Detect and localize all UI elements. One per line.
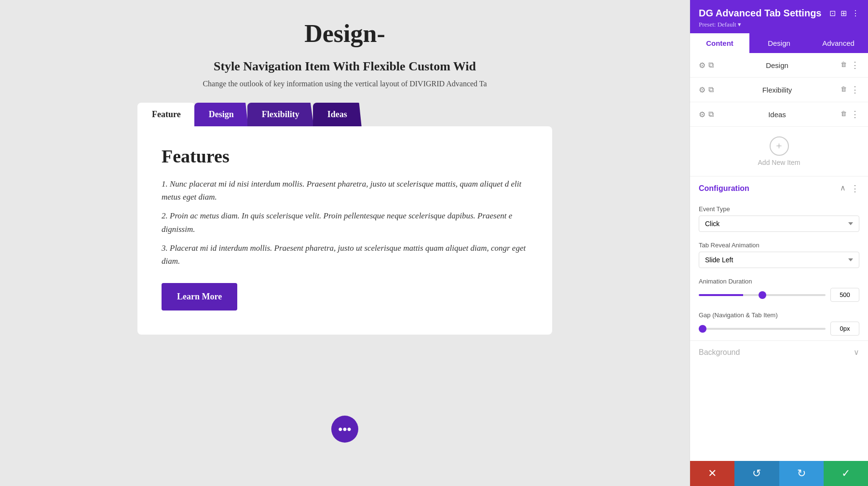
tab-list-actions-3 bbox=[841, 109, 859, 120]
configuration-header: Configuration bbox=[690, 176, 868, 201]
panel-tabs: Content Design Advanced bbox=[690, 33, 868, 53]
chevron-up-icon[interactable] bbox=[840, 183, 846, 194]
panel-tab-content[interactable]: Content bbox=[690, 33, 749, 53]
add-new-label: Add New Item bbox=[758, 159, 800, 166]
animation-select[interactable]: Slide Left Slide Right Fade None bbox=[699, 252, 859, 268]
tab-flexibility[interactable]: Flexibility bbox=[247, 103, 314, 126]
tab-list-actions bbox=[841, 60, 859, 70]
event-type-select[interactable]: Click Hover bbox=[699, 216, 859, 232]
tab-list-item-ideas: Ideas bbox=[690, 102, 868, 127]
panel-header: DG Advanced Tab Settings ⊡ ⊞ ⋮ Preset: D… bbox=[690, 0, 868, 33]
background-title: Background bbox=[699, 348, 740, 357]
event-type-field: Event Type Click Hover bbox=[690, 201, 868, 237]
redo-icon: ↻ bbox=[797, 467, 806, 480]
tab-list-name-flexibility: Flexibility bbox=[719, 86, 836, 94]
add-new-item[interactable]: + Add New Item bbox=[690, 127, 868, 176]
configuration-section: Configuration Event Type Click Hover Tab… bbox=[690, 176, 868, 340]
menu-icon[interactable]: ⋮ bbox=[852, 9, 859, 18]
screen-icon[interactable]: ⊡ bbox=[829, 9, 836, 18]
tab-list-icons bbox=[699, 61, 714, 70]
tab-feature[interactable]: Feature bbox=[137, 103, 195, 126]
learn-more-button[interactable]: Learn More bbox=[162, 283, 237, 310]
panel-tab-design[interactable]: Design bbox=[749, 33, 809, 53]
background-chevron-down-icon: ∨ bbox=[854, 348, 859, 357]
tab-list-name-ideas: Ideas bbox=[719, 110, 836, 119]
dots-icon[interactable] bbox=[851, 60, 859, 70]
add-new-circle-button[interactable]: + bbox=[770, 136, 789, 156]
save-button[interactable]: ✓ bbox=[824, 461, 868, 486]
animation-field: Tab Reveal Animation Slide Left Slide Ri… bbox=[690, 237, 868, 273]
tab-list-name-design: Design bbox=[719, 61, 836, 69]
gap-slider-row bbox=[699, 322, 859, 336]
tab-design[interactable]: Design bbox=[194, 103, 248, 126]
duration-slider-row bbox=[699, 288, 859, 302]
event-type-label: Event Type bbox=[699, 205, 859, 213]
config-dots-icon[interactable] bbox=[851, 183, 859, 194]
dots-icon-2[interactable] bbox=[851, 84, 859, 95]
list-item: 3. Placerat mi id interdum mollis. Praes… bbox=[162, 242, 528, 268]
right-panel: DG Advanced Tab Settings ⊡ ⊞ ⋮ Preset: D… bbox=[690, 0, 868, 486]
page-subtitle: Style Navigation Item With Flexible Cust… bbox=[214, 59, 476, 74]
cancel-icon: ✕ bbox=[708, 467, 717, 480]
content-heading: Features bbox=[162, 146, 528, 167]
gap-slider[interactable] bbox=[699, 328, 826, 330]
tabs-nav: Feature Design Flexibility Ideas bbox=[137, 103, 552, 126]
gear-icon-3[interactable] bbox=[699, 110, 705, 119]
panel-header-top: DG Advanced Tab Settings ⊡ ⊞ ⋮ bbox=[699, 8, 859, 19]
config-header-icons bbox=[840, 183, 859, 194]
layout-icon[interactable]: ⊞ bbox=[841, 9, 847, 18]
trash-icon-3[interactable] bbox=[841, 109, 847, 120]
duration-field: Animation Duration bbox=[690, 273, 868, 307]
tab-content: Features 1. Nunc placerat mi id nisi int… bbox=[137, 126, 552, 335]
undo-button[interactable]: ↺ bbox=[734, 461, 779, 486]
panel-preset[interactable]: Preset: Default ▾ bbox=[699, 21, 859, 28]
panel-body: Design Flexibility Ideas bbox=[690, 53, 868, 461]
duration-label: Animation Duration bbox=[699, 278, 859, 285]
trash-icon-2[interactable] bbox=[841, 84, 847, 95]
list-item: 1. Nunc placerat mi id nisi interdum mol… bbox=[162, 177, 528, 203]
undo-icon: ↺ bbox=[752, 467, 761, 480]
page-title: Design- bbox=[304, 19, 385, 48]
panel-header-icons: ⊡ ⊞ ⋮ bbox=[829, 9, 859, 18]
duration-slider[interactable] bbox=[699, 294, 826, 296]
tab-list-item-flexibility: Flexibility bbox=[690, 78, 868, 102]
cancel-button[interactable]: ✕ bbox=[690, 461, 734, 486]
dots-icon-3[interactable] bbox=[851, 109, 859, 120]
trash-icon[interactable] bbox=[841, 60, 847, 70]
panel-title: DG Advanced Tab Settings bbox=[699, 8, 821, 19]
fab-button[interactable]: ••• bbox=[331, 416, 358, 443]
gear-icon[interactable] bbox=[699, 61, 705, 70]
fab-dots-icon: ••• bbox=[338, 422, 351, 437]
copy-icon[interactable] bbox=[708, 61, 714, 70]
content-list: 1. Nunc placerat mi id nisi interdum mol… bbox=[162, 177, 528, 268]
redo-button[interactable]: ↻ bbox=[779, 461, 824, 486]
gap-value-input[interactable] bbox=[830, 322, 859, 336]
panel-tab-advanced[interactable]: Advanced bbox=[809, 33, 868, 53]
background-section[interactable]: Background ∨ bbox=[690, 340, 868, 364]
tab-list-icons-3 bbox=[699, 110, 714, 119]
gear-icon-2[interactable] bbox=[699, 85, 705, 94]
save-check-icon: ✓ bbox=[841, 467, 850, 480]
gap-label: Gap (Navigation & Tab Item) bbox=[699, 311, 859, 319]
copy-icon-2[interactable] bbox=[708, 85, 714, 94]
gap-field: Gap (Navigation & Tab Item) bbox=[690, 307, 868, 340]
main-area: Design- Style Navigation Item With Flexi… bbox=[0, 0, 690, 486]
tab-list-item-design: Design bbox=[690, 53, 868, 78]
duration-value-input[interactable] bbox=[830, 288, 859, 302]
tab-list-icons-2 bbox=[699, 85, 714, 94]
animation-label: Tab Reveal Animation bbox=[699, 242, 859, 249]
page-description: Change the outlook of key information us… bbox=[203, 80, 487, 88]
configuration-title: Configuration bbox=[699, 184, 749, 193]
list-item: 2. Proin ac metus diam. In quis sceleris… bbox=[162, 209, 528, 235]
tab-list-actions-2 bbox=[841, 84, 859, 95]
bottom-bar: ✕ ↺ ↻ ✓ bbox=[690, 461, 868, 486]
copy-icon-3[interactable] bbox=[708, 110, 714, 119]
tab-ideas[interactable]: Ideas bbox=[313, 103, 362, 126]
